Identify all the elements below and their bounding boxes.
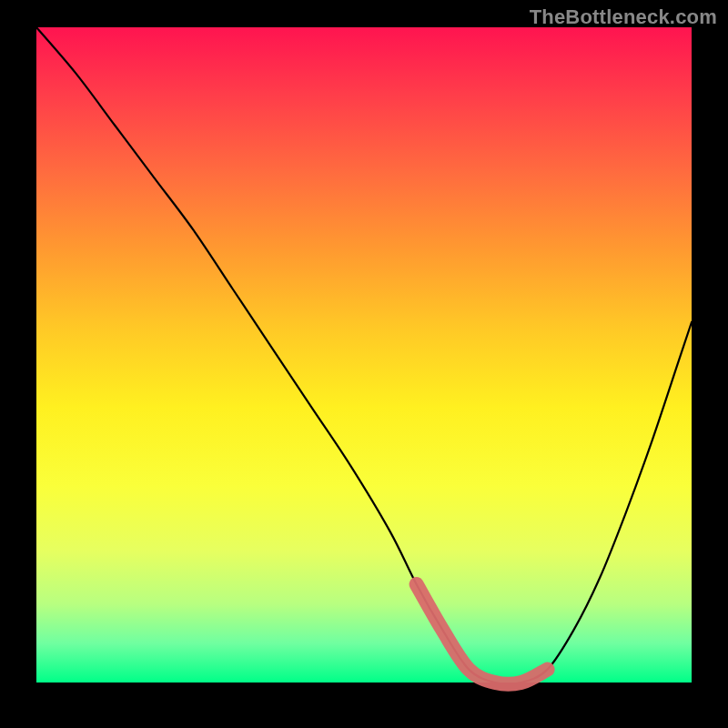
chart-frame: TheBottleneck.com — [0, 0, 728, 728]
curve-highlight — [417, 584, 548, 684]
watermark-text: TheBottleneck.com — [530, 5, 717, 29]
plot-area — [36, 27, 692, 682]
bottleneck-curve — [36, 27, 692, 684]
curve-svg — [36, 27, 692, 682]
